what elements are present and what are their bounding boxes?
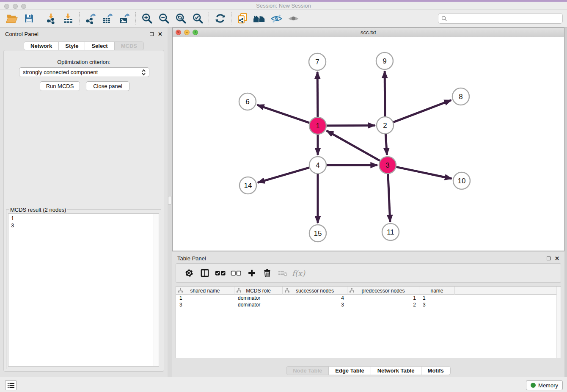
save-session-button[interactable] [20, 11, 37, 26]
graph-edge-4-14[interactable] [258, 168, 309, 182]
first-neighbors-button[interactable] [251, 11, 268, 26]
checked-checkboxes-icon [215, 269, 226, 277]
close-network-button[interactable]: × [176, 30, 181, 35]
column-header-name[interactable]: name [419, 287, 455, 295]
memory-button[interactable]: Memory [526, 380, 563, 390]
create-column-button[interactable] [244, 265, 259, 281]
graph-node-label: 10 [458, 177, 466, 185]
show-all-columns-button[interactable] [212, 265, 228, 281]
tab-network[interactable]: Network [24, 41, 59, 50]
task-history-button[interactable] [5, 380, 17, 390]
run-mcds-button[interactable]: Run MCDS [40, 81, 80, 91]
graph-edge-1-7[interactable] [317, 72, 318, 117]
export-table-icon [102, 13, 113, 24]
delete-table-icon [278, 268, 289, 278]
export-table-button[interactable] [99, 11, 116, 26]
refresh-layout-button[interactable] [212, 11, 228, 26]
zoom-out-button[interactable] [155, 11, 172, 26]
graph-edge-3-1[interactable] [327, 131, 380, 161]
import-network-button[interactable] [43, 11, 60, 26]
toolbar-separator [40, 12, 40, 25]
minimize-network-button[interactable]: − [184, 30, 190, 35]
float-panel-button[interactable] [150, 32, 154, 36]
tab-style[interactable]: Style [58, 41, 85, 50]
tab-select[interactable]: Select [85, 41, 114, 50]
graph-edge-1-6[interactable] [257, 105, 309, 123]
close-panel-action-button[interactable]: Close panel [86, 81, 129, 91]
export-network-button[interactable] [82, 11, 99, 26]
node-table: shared nameMCDS rolesuccessor nodesprede… [176, 286, 561, 358]
column-header-successor-nodes[interactable]: successor nodes [283, 287, 347, 295]
criterion-value: strongly connected component [23, 69, 98, 75]
delete-column-button[interactable] [259, 265, 275, 281]
status-bar: Memory [0, 377, 567, 392]
network-canvas[interactable]: 1234678910111415 [173, 37, 564, 251]
hierarchy-icon [350, 288, 354, 293]
table-scrollbar[interactable] [556, 287, 561, 358]
column-header-predecessor-nodes[interactable]: predecessor nodes [347, 287, 419, 295]
export-network-icon [85, 13, 96, 24]
tab-edge-table[interactable]: Edge Table [328, 366, 371, 375]
table-settings-button[interactable] [181, 265, 197, 281]
mcds-result-textarea[interactable]: 1 3 [8, 213, 159, 367]
graph-node-label: 3 [385, 161, 389, 169]
gear-icon [184, 268, 194, 278]
import-network-icon [46, 13, 57, 24]
toolbar-separator [135, 12, 136, 25]
splitter-grip[interactable] [168, 196, 171, 204]
table-row[interactable]: 1dominator411 [176, 295, 561, 301]
window-controls [4, 4, 26, 9]
graph-edge-2-3[interactable] [385, 134, 387, 155]
eye-slash-icon [270, 13, 283, 24]
control-panel: Control Panel ✕ NetworkStyleSelectMCDS O… [0, 28, 168, 377]
save-icon [24, 13, 34, 24]
network-window-titlebar[interactable]: × − + scc.txt [173, 28, 564, 37]
control-panel-title: Control Panel [5, 31, 39, 37]
graph-edge-3-11[interactable] [388, 174, 390, 222]
close-table-panel-button[interactable]: ✕ [555, 256, 559, 261]
export-image-button[interactable] [116, 11, 133, 26]
table-toolbar: f(x) [176, 263, 561, 283]
toolbar-separator [79, 12, 80, 25]
close-panel-button[interactable]: ✕ [158, 31, 162, 37]
result-scrollbar[interactable] [154, 214, 159, 366]
search-icon [441, 16, 447, 21]
split-panel-button[interactable] [197, 265, 212, 281]
column-header-MCDS-role[interactable]: MCDS role [234, 287, 283, 295]
table-row[interactable]: 3dominator323 [176, 301, 561, 308]
graph-edge-1-2[interactable] [327, 125, 375, 126]
mcds-result-legend: MCDS result (2 nodes) [9, 207, 67, 213]
mcds-result-group: MCDS result (2 nodes) 1 3 [6, 210, 161, 369]
tab-node-table[interactable]: Node Table [286, 366, 329, 375]
plus-icon [247, 268, 256, 278]
float-table-panel-button[interactable] [547, 257, 550, 260]
list-icon [8, 383, 14, 388]
maximize-network-button[interactable]: + [193, 30, 198, 35]
search-box[interactable] [438, 13, 563, 24]
graph-edge-3-10[interactable] [396, 167, 452, 179]
open-session-button[interactable] [3, 11, 20, 26]
hide-all-columns-button[interactable] [228, 265, 244, 281]
search-input[interactable] [449, 15, 559, 22]
close-window-button[interactable] [4, 4, 9, 9]
criterion-dropdown[interactable]: strongly connected component [19, 67, 149, 77]
zoom-in-button[interactable] [138, 11, 155, 26]
graph-edge-2-9[interactable] [385, 71, 385, 116]
show-all-button[interactable] [285, 11, 302, 26]
column-header-shared-name[interactable]: shared name [176, 287, 234, 295]
duplicate-network-button[interactable] [234, 11, 251, 26]
unchecked-checkboxes-icon [231, 269, 242, 277]
import-table-button[interactable] [60, 11, 77, 26]
zoom-fit-button[interactable] [172, 11, 189, 26]
minimize-window-button[interactable] [13, 4, 18, 9]
graph-node-label: 8 [459, 93, 462, 101]
maximize-window-button[interactable] [21, 4, 26, 9]
tab-motifs[interactable]: Motifs [421, 366, 451, 375]
zoom-selected-button[interactable] [189, 11, 206, 26]
tab-network-table[interactable]: Network Table [371, 366, 421, 375]
tab-mcds[interactable]: MCDS [114, 41, 144, 50]
hide-selected-button[interactable] [268, 11, 285, 26]
optimization-criterion-label: Optimization criterion: [0, 59, 168, 65]
graph-edge-2-8[interactable] [394, 100, 451, 122]
fx-icon: f(x) [292, 269, 305, 278]
